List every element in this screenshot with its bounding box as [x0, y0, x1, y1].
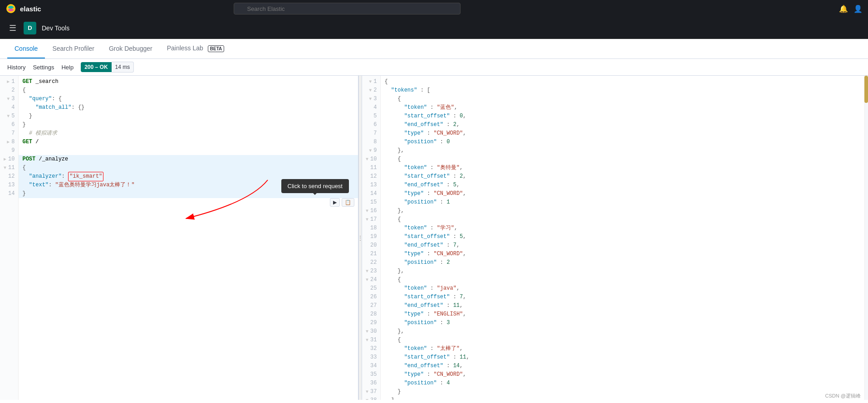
tab-painless-lab[interactable]: Painless Lab BETA [160, 39, 232, 58]
code-line-9 [19, 146, 358, 155]
line-num-3: ▼3 [0, 95, 18, 103]
tooltip-wrapper: Click to send request [281, 179, 349, 193]
code-line-8: GET / [19, 138, 358, 146]
rln-24: ▼24 [362, 276, 380, 284]
editor-code[interactable]: GET _search { "query": { "match_all": {}… [19, 76, 358, 400]
rcl-20: "end_offset" : 7, [381, 241, 864, 250]
line-num-1: ▶1 [0, 78, 18, 86]
rcl-22: "position" : 2 [381, 258, 864, 267]
rcl-1: { [381, 78, 864, 86]
code-line-4: "match_all": {} [19, 103, 358, 112]
notification-icon[interactable]: 🔔 [839, 5, 848, 13]
rcl-38: ] [381, 396, 864, 400]
run-buttons: ▶ 📋 [330, 198, 354, 207]
code-line-2: { [19, 86, 358, 95]
rln-9: ▼9 [362, 146, 380, 155]
tab-grok-debugger[interactable]: Grok Debugger [102, 39, 160, 58]
rln-36: 36 [362, 379, 380, 388]
rln-21: 21 [362, 250, 380, 258]
rln-22: 22 [362, 258, 380, 267]
rln-19: 19 [362, 233, 380, 241]
rcl-2: "tokens" : [ [381, 86, 864, 95]
user-icon[interactable]: 👤 [853, 5, 863, 13]
rcl-11: "token" : "奥特曼", [381, 164, 864, 172]
time-badge: 14 ms [112, 62, 134, 73]
elastic-logo[interactable]: elastic [5, 3, 41, 14]
code-line-3: "query": { [19, 95, 358, 103]
svg-point-1 [8, 6, 14, 9]
rln-28: 28 [362, 310, 380, 319]
rln-1: ▼1 [362, 78, 380, 86]
rcl-35: "type" : "CN_WORD", [381, 370, 864, 379]
rcl-36: "position" : 4 [381, 379, 864, 388]
rln-29: 29 [362, 319, 380, 327]
rln-17: ▼17 [362, 215, 380, 224]
rcl-33: "start_offset" : 11, [381, 353, 864, 362]
rcl-10: { [381, 155, 864, 164]
rcl-34: "end_offset" : 14, [381, 362, 864, 370]
rcl-29: "position" : 3 [381, 319, 864, 327]
line-num-14: 14 [0, 189, 18, 198]
rcl-31: { [381, 336, 864, 345]
rcl-3: { [381, 95, 864, 103]
rcl-24: { [381, 276, 864, 284]
elastic-brand: elastic [20, 5, 41, 13]
rln-26: 26 [362, 293, 380, 301]
help-link[interactable]: Help [61, 64, 74, 71]
top-bar: elastic 🔍 🔔 👤 [0, 0, 868, 17]
status-badge: 200 – OK [81, 62, 111, 72]
rcl-30: }, [381, 327, 864, 336]
line-num-8: ▶8 [0, 138, 18, 146]
rln-20: 20 [362, 241, 380, 250]
run-button[interactable]: ▶ [330, 198, 340, 207]
rcl-5: "start_offset" : 0, [381, 112, 864, 121]
gutter-arrow-1[interactable]: ▶ [7, 78, 10, 86]
rln-8: 8 [362, 138, 380, 146]
tab-search-profiler[interactable]: Search Profiler [45, 39, 102, 58]
rln-2: ▼2 [362, 86, 380, 95]
watermark: CSDN @逻辑峰 [825, 393, 861, 399]
code-line-10: POST /_analyze [19, 155, 358, 164]
rln-30: ▼30 [362, 327, 380, 336]
history-link[interactable]: History [7, 64, 25, 71]
rcl-21: "type" : "CN_WORD", [381, 250, 864, 258]
rcl-13: "end_offset" : 5, [381, 181, 864, 189]
code-line-11: { [19, 164, 358, 172]
settings-link[interactable]: Settings [33, 64, 54, 71]
rcl-27: "end_offset" : 11, [381, 301, 864, 310]
pane-divider[interactable]: ⋮ [358, 76, 362, 400]
scroll-thumb[interactable] [864, 76, 868, 103]
top-bar-right: 🔔 👤 [839, 5, 863, 13]
scroll-indicator[interactable] [864, 76, 868, 400]
hamburger-button[interactable]: ☰ [7, 21, 18, 35]
rcl-26: "start_offset" : 7, [381, 293, 864, 301]
rcl-17: { [381, 215, 864, 224]
rcl-19: "start_offset" : 5, [381, 233, 864, 241]
app-bar: ☰ D Dev Tools [0, 17, 868, 39]
result-line-numbers: ▼1 ▼2 ▼3 4 5 6 7 8 ▼9 ▼10 11 12 13 14 15… [362, 76, 381, 400]
rln-11: 11 [362, 164, 380, 172]
rcl-28: "type" : "ENGLISH", [381, 310, 864, 319]
rcl-7: "type" : "CN_WORD", [381, 129, 864, 138]
copy-button[interactable]: 📋 [342, 198, 354, 207]
line-num-5: ▼5 [0, 112, 18, 121]
code-line-5: } [19, 112, 358, 121]
app-title: Dev Tools [42, 24, 69, 32]
beta-badge: BETA [208, 45, 224, 52]
global-search-input[interactable] [234, 3, 461, 15]
result-pane: ▼1 ▼2 ▼3 4 5 6 7 8 ▼9 ▼10 11 12 13 14 15… [362, 76, 868, 400]
rln-4: 4 [362, 103, 380, 112]
rln-15: 15 [362, 198, 380, 207]
editor-pane: ▶1 2 ▼3 4 ▼5 6 7 ▶8 9 ▶10 ▼11 12 13 14 G… [0, 76, 358, 400]
rln-25: 25 [362, 284, 380, 293]
rln-18: 18 [362, 224, 380, 233]
rln-37: ▼37 [362, 388, 380, 396]
line-num-12: 12 [0, 172, 18, 181]
tab-console[interactable]: Console [7, 39, 45, 58]
rcl-9: }, [381, 146, 864, 155]
editor-line-numbers: ▶1 2 ▼3 4 ▼5 6 7 ▶8 9 ▶10 ▼11 12 13 14 [0, 76, 19, 400]
svg-point-2 [8, 9, 14, 11]
tooltip: Click to send request [281, 179, 349, 193]
line-num-6: 6 [0, 121, 18, 129]
rcl-6: "end_offset" : 2, [381, 121, 864, 129]
